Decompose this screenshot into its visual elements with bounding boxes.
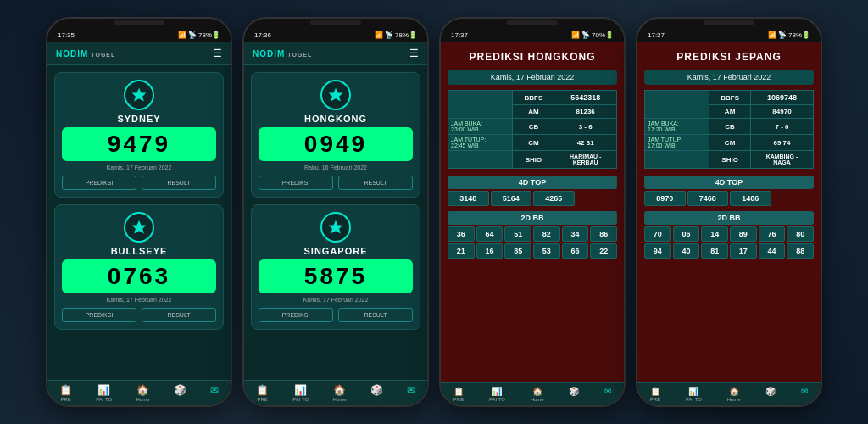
pred-date-jp: Kamis, 17 Februari 2022 — [644, 70, 814, 85]
bullseye-name: BULLSEYE — [111, 246, 168, 256]
status-bar-3: 17:37 📶 📡 70%🔋 — [441, 27, 624, 42]
nav-mail-2[interactable]: ✉ — [407, 384, 415, 402]
singapore-number: 5875 — [259, 259, 413, 293]
status-bar-1: 17:35 📶 📡 78%🔋 — [47, 27, 231, 42]
bottom-nav-1: 📋PRE 📊PAI TO 🏠Home 🎲 ✉ — [47, 380, 231, 405]
top4d-jp-1: 8970 — [644, 191, 686, 206]
num-hk-64: 64 — [476, 226, 504, 242]
phone-notch-3 — [441, 19, 624, 27]
nav-home-3[interactable]: 🏠Home — [531, 387, 544, 402]
sydney-prediksi-btn[interactable]: PREDIKSI — [62, 176, 136, 190]
phone-1: 17:35 📶 📡 78%🔋 NODIM TOGEL ☰ SYDNEY 9479… — [46, 17, 232, 407]
status-bar-4: 17:37 📶 📡 78%🔋 — [637, 27, 821, 42]
top4d-jp-3: 1406 — [730, 191, 771, 206]
num-jp-70: 70 — [644, 226, 671, 242]
phone-notch-4 — [637, 19, 821, 27]
hongkong-number: 0949 — [259, 127, 413, 161]
phone-notch-2 — [244, 19, 427, 27]
sydney-name: SYDNEY — [117, 114, 160, 124]
pred-table-jp: BBFS 1069748 AM 84970 JAM BUKA:17:20 WIB… — [644, 90, 814, 169]
battery-3: 📶 📡 70%🔋 — [571, 31, 614, 39]
svg-marker-3 — [329, 220, 343, 234]
nav-game-4[interactable]: 🎲 — [765, 387, 776, 402]
singapore-name: SINGAPORE — [303, 246, 367, 256]
num-jp-81: 81 — [701, 243, 728, 259]
bullseye-date: Kamis, 17 Februari 2022 — [107, 297, 172, 303]
bb2d-row2-hk: 21 16 85 53 66 22 — [448, 243, 617, 259]
num-hk-36: 36 — [448, 226, 475, 242]
top4d-header-hk: 4D TOP — [448, 176, 617, 189]
nav-mail-4[interactable]: ✉ — [801, 387, 808, 402]
nav-mail-1[interactable]: ✉ — [210, 384, 219, 402]
num-jp-89: 89 — [730, 226, 757, 242]
svg-marker-0 — [132, 88, 147, 102]
nav-home-4[interactable]: 🏠Home — [727, 387, 741, 402]
bb2d-row1-hk: 36 64 51 82 34 86 — [448, 226, 617, 242]
status-time-4: 17:37 — [648, 31, 665, 39]
hongkong-name: HONGKONG — [304, 114, 367, 124]
nav-paito-1[interactable]: 📊PAI TO — [96, 384, 112, 402]
nav-home-2[interactable]: 🏠Home — [332, 384, 346, 402]
num-hk-85: 85 — [504, 243, 531, 259]
nav-pre-3[interactable]: 📋PRE — [453, 387, 464, 402]
num-jp-14: 14 — [701, 226, 728, 242]
hongkong-card: HONGKONG 0949 Rabu, 16 Februari 2022 PRE… — [251, 72, 420, 198]
nav-game-2[interactable]: 🎲 — [370, 384, 383, 402]
svg-marker-1 — [132, 220, 147, 234]
top4d-header-jp: 4D TOP — [644, 176, 814, 189]
bottom-nav-4: 📋PRE 📊PAI TO 🏠Home 🎲 ✉ — [637, 382, 821, 405]
pred-table-hk: BBFS 5642318 AM 81236 JAM BUKA:23:00 WIB… — [448, 90, 617, 169]
sydney-result-btn[interactable]: RESULT — [142, 176, 216, 190]
nav-paito-2[interactable]: 📊PAI TO — [292, 384, 309, 402]
sydney-number: 9479 — [62, 127, 216, 161]
nav-pre-4[interactable]: 📋PRE — [650, 387, 660, 402]
app-header-2: NODIM TOGEL ☰ — [244, 42, 427, 65]
hamburger-2[interactable]: ☰ — [409, 47, 419, 59]
status-right-3: 📶 📡 70%🔋 — [571, 31, 614, 39]
screen-2: NODIM TOGEL ☰ HONGKONG 0949 Rabu, 16 Feb… — [244, 42, 427, 405]
bullseye-result-btn[interactable]: RESULT — [142, 308, 216, 322]
phone-3: 17:37 📶 📡 70%🔋 PREDIKSI HONGKONG Kamis, … — [439, 17, 626, 407]
singapore-prediksi-btn[interactable]: PREDIKSI — [259, 308, 333, 322]
sydney-card: SYDNEY 9479 Kamis, 17 Februari 2022 PRED… — [54, 72, 224, 198]
singapore-result-btn[interactable]: RESULT — [338, 308, 413, 322]
screen-1: NODIM TOGEL ☰ SYDNEY 9479 Kamis, 17 Febr… — [47, 42, 231, 405]
nav-pre-2[interactable]: 📋PRE — [256, 384, 269, 402]
hongkong-date: Rabu, 16 Februari 2022 — [304, 165, 367, 170]
nav-paito-4[interactable]: 📊PAI TO — [686, 387, 702, 402]
num-hk-22: 22 — [590, 243, 617, 259]
nav-paito-3[interactable]: 📊PAI TO — [489, 387, 505, 402]
nav-pre-1[interactable]: 📋PRE — [59, 384, 72, 402]
pred-title-hk: PREDIKSI HONGKONG — [441, 42, 624, 70]
bb2d-row2-jp: 94 40 81 17 44 88 — [644, 243, 814, 259]
phone-notch-1 — [47, 19, 231, 27]
phone-2: 17:36 📶 📡 78%🔋 NODIM TOGEL ☰ HONGKONG 09… — [242, 17, 429, 407]
nav-game-1[interactable]: 🎲 — [174, 384, 186, 402]
nav-home-1[interactable]: 🏠Home — [136, 384, 149, 402]
hongkong-buttons: PREDIKSI RESULT — [259, 176, 413, 190]
singapore-logo — [320, 212, 351, 243]
bullseye-buttons: PREDIKSI RESULT — [62, 308, 216, 322]
nav-game-3[interactable]: 🎲 — [569, 387, 579, 402]
bullseye-prediksi-btn[interactable]: PREDIKSI — [62, 308, 136, 322]
hamburger-1[interactable]: ☰ — [213, 47, 222, 59]
singapore-card: SINGAPORE 5875 Kamis, 17 Februari 2022 P… — [251, 204, 420, 330]
num-jp-94: 94 — [644, 243, 671, 259]
num-hk-34: 34 — [562, 226, 589, 242]
hongkong-prediksi-btn[interactable]: PREDIKSI — [259, 176, 333, 190]
num-hk-53: 53 — [533, 243, 560, 259]
pred-content-hk: Kamis, 17 Februari 2022 BBFS 5642318 AM … — [441, 70, 624, 382]
sydney-logo — [124, 80, 154, 110]
num-hk-66: 66 — [562, 243, 589, 259]
num-jp-06: 06 — [673, 226, 700, 242]
num-jp-44: 44 — [759, 243, 786, 259]
hongkong-result-btn[interactable]: RESULT — [338, 176, 413, 190]
num-hk-51: 51 — [504, 226, 531, 242]
top4d-hk-2: 5164 — [491, 191, 532, 206]
nav-mail-3[interactable]: ✉ — [604, 387, 611, 402]
top4d-grid-hk: 3148 5164 4265 — [448, 191, 617, 206]
num-hk-21: 21 — [448, 243, 475, 259]
num-hk-82: 82 — [533, 226, 560, 242]
app-header-1: NODIM TOGEL ☰ — [47, 42, 231, 65]
top4d-hk-1: 3148 — [448, 191, 489, 206]
